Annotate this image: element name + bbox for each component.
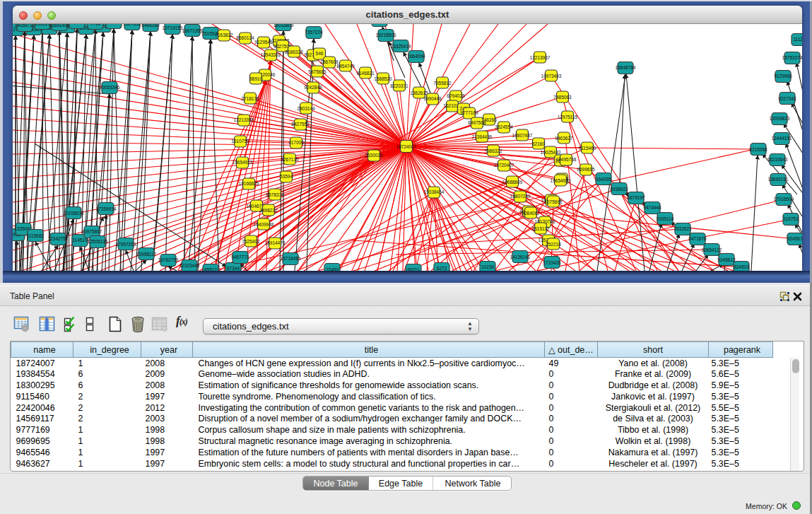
svg-text:2718176: 2718176 [241,96,259,101]
svg-text:11121: 11121 [793,37,802,42]
svg-text:1615112: 1615112 [532,226,550,231]
svg-text:7357224: 7357224 [305,30,323,35]
svg-text:12342757: 12342757 [48,236,69,241]
svg-text:10236: 10236 [481,264,494,269]
svg-text:10688609: 10688609 [502,180,523,185]
svg-text:9457771: 9457771 [231,255,249,259]
svg-text:8273: 8273 [437,266,447,271]
svg-text:10807487: 10807487 [512,133,533,138]
svg-text:90211: 90211 [407,267,420,271]
svg-text:16671355: 16671355 [182,28,203,33]
svg-text:8678334: 8678334 [266,192,284,197]
svg-text:18807249: 18807249 [510,194,531,199]
svg-text:72450: 72450 [326,267,339,271]
svg-text:924561: 924561 [787,236,802,241]
svg-text:1527602: 1527602 [123,24,141,26]
svg-text:9245612: 9245612 [717,257,736,262]
svg-text:10975867: 10975867 [82,229,102,234]
svg-text:16033809: 16033809 [273,24,294,28]
svg-text:7163822: 7163822 [215,33,233,37]
svg-text:164095: 164095 [596,177,611,182]
svg-text:20206536: 20206536 [64,211,84,216]
svg-text:203319: 203319 [35,24,50,26]
svg-text:1664094: 1664094 [407,54,425,59]
svg-text:3498222: 3498222 [259,208,278,213]
svg-text:1588520: 1588520 [374,76,392,81]
svg-text:9084067: 9084067 [522,211,540,216]
svg-text:10654122: 10654122 [702,247,722,252]
svg-text:10973493: 10973493 [541,74,562,78]
svg-text:1115682: 1115682 [27,233,45,238]
svg-text:15751074: 15751074 [782,55,802,60]
svg-text:9242848: 9242848 [304,85,322,90]
svg-text:8427552: 8427552 [291,122,310,127]
svg-text:20691406: 20691406 [49,24,70,28]
svg-text:7625402: 7625402 [242,239,260,244]
svg-text:16210643: 16210643 [767,157,788,162]
svg-text:87344: 87344 [227,266,240,271]
svg-text:9146821: 9146821 [356,71,375,76]
svg-text:17016504: 17016504 [774,197,794,201]
svg-text:8471676: 8471676 [688,236,707,241]
svg-text:19166825: 19166825 [239,181,259,186]
svg-text:98910: 98910 [249,76,262,81]
svg-text:9115460: 9115460 [579,146,596,151]
svg-text:17359934: 17359934 [96,206,117,211]
svg-text:12975115: 12975115 [558,115,578,119]
svg-text:6679197: 6679197 [627,195,645,200]
svg-text:6794028: 6794028 [447,93,465,98]
svg-text:7986322: 7986322 [484,148,502,153]
svg-text:20053346: 20053346 [100,85,120,90]
svg-text:1610755: 1610755 [231,139,249,144]
svg-text:116753: 116753 [783,216,799,221]
svg-text:1065326: 1065326 [68,24,86,25]
svg-text:19654923: 19654923 [233,160,253,165]
svg-text:13692191: 13692191 [768,177,789,182]
svg-text:13325419: 13325419 [391,44,411,49]
svg-text:824503: 824503 [734,264,749,269]
svg-text:17957253: 17957253 [116,242,136,247]
svg-text:18724007: 18724007 [396,144,417,149]
svg-text:1362615: 1362615 [410,90,428,95]
svg-text:8938923: 8938923 [610,187,628,192]
svg-text:9129966: 9129966 [774,74,792,78]
svg-text:8660124: 8660124 [236,35,254,40]
svg-text:2935114: 2935114 [657,216,674,221]
svg-text:12093823: 12093823 [770,116,790,121]
svg-text:8220371: 8220371 [390,83,408,88]
svg-text:62160: 62160 [532,141,545,146]
svg-text:1733426: 1733426 [543,260,561,265]
svg-text:9990448: 9990448 [423,96,442,101]
svg-text:53594: 53594 [280,174,293,179]
svg-text:2803144: 2803144 [297,106,315,111]
svg-text:9777169: 9777169 [460,110,478,115]
svg-text:2530020: 2530020 [365,153,383,158]
svg-text:3267130: 3267130 [281,157,299,162]
svg-text:12213967: 12213967 [530,55,551,60]
svg-text:12444191: 12444191 [772,136,792,141]
svg-text:8186328: 8186328 [285,49,303,54]
svg-text:19654923: 19654923 [551,178,571,183]
svg-text:546: 546 [316,51,324,56]
svg-text:10025433: 10025433 [541,150,561,155]
svg-text:6466160: 6466160 [141,24,160,28]
svg-text:252214: 252214 [546,242,561,247]
svg-text:8215958: 8215958 [749,147,767,152]
svg-text:10719155: 10719155 [163,25,183,30]
svg-text:14055712: 14055712 [15,24,35,28]
svg-text:12505135: 12505135 [88,239,108,244]
svg-text:12213369: 12213369 [234,117,254,122]
svg-text:7485063: 7485063 [553,95,572,100]
svg-text:16914479: 16914479 [265,240,286,245]
svg-text:16782759: 16782759 [158,257,179,262]
svg-text:114519: 114519 [72,238,88,243]
svg-text:21364436: 21364436 [472,134,493,139]
svg-text:2867608: 2867608 [320,59,339,64]
svg-text:95512: 95512 [204,267,217,271]
svg-text:417006: 417006 [288,140,304,145]
svg-text:6497568: 6497568 [468,120,486,125]
svg-text:7632621: 7632621 [673,226,692,231]
svg-text:10543302: 10543302 [261,52,281,57]
svg-text:7955812: 7955812 [433,81,452,86]
svg-text:3624554: 3624554 [495,124,513,129]
